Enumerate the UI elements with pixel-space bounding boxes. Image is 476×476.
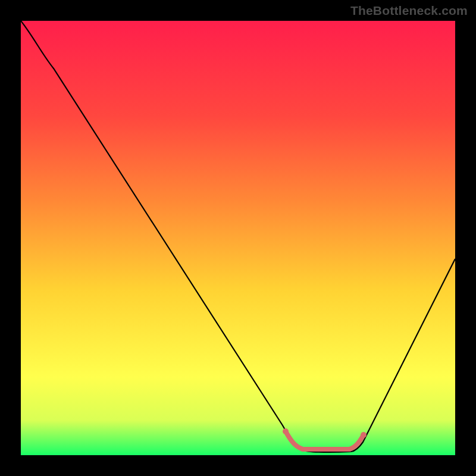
gradient-background — [21, 21, 455, 455]
watermark-text: TheBottleneck.com — [350, 4, 468, 18]
chart-container: TheBottleneck.com — [0, 0, 476, 476]
chart-svg — [21, 21, 455, 455]
band-end-left — [283, 428, 289, 434]
plot-area — [21, 21, 455, 455]
band-end-right — [361, 432, 367, 438]
